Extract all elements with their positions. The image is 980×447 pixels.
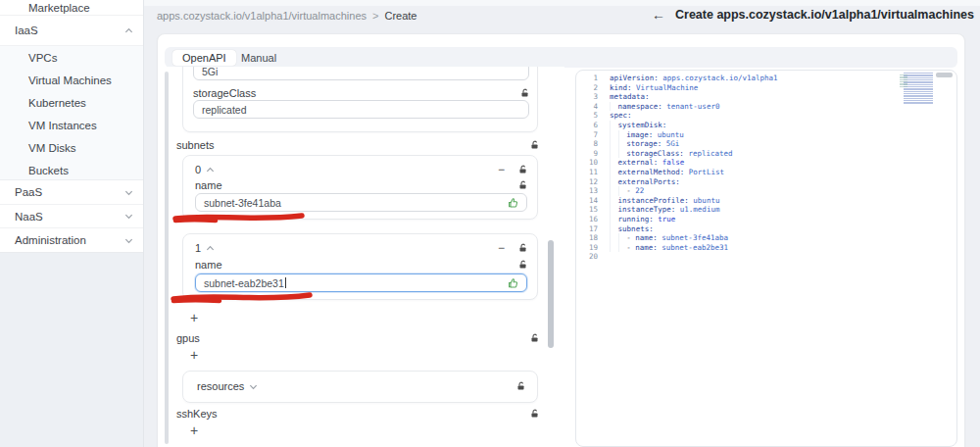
page-header: ← Create apps.cozystack.io/v1alpha1/virt… — [652, 8, 974, 22]
line-number: 7 — [576, 130, 598, 140]
indent-guide — [610, 186, 618, 196]
code-line[interactable]: 5spec: — [576, 111, 956, 121]
code-line[interactable]: 6systemDisk: — [576, 121, 956, 130]
code-line[interactable]: 8storage: 5Gi — [576, 139, 956, 149]
sidebar-submenu-iaas: VPCs Virtual Machines Kubernetes VM Inst… — [0, 46, 143, 180]
line-number: 16 — [576, 215, 598, 224]
code-line[interactable]: 19- name: subnet-eab2be31 — [576, 243, 956, 253]
sidebar-item-vpcs[interactable]: VPCs — [0, 46, 143, 69]
systemdisk-card: 5Gi storageClass replicated — [182, 67, 538, 132]
indent-guide — [610, 224, 618, 234]
sidebar-item-administration[interactable]: Administration — [0, 228, 143, 253]
code-line[interactable]: 17subnets: — [576, 224, 956, 234]
indent-guide — [610, 121, 618, 130]
sidebar-item-marketplace[interactable]: Marketplace — [0, 0, 143, 16]
sidebar-item-label: IaaS — [15, 25, 124, 36]
indent-guide — [610, 158, 618, 168]
sidebar-item-vm-instances[interactable]: VM Instances — [0, 114, 143, 136]
form-left-scrollbar[interactable] — [165, 72, 169, 444]
editor-scrollbar-thumb[interactable] — [936, 73, 953, 77]
yaml-list-dash: - — [626, 233, 635, 243]
lock-icon — [518, 180, 527, 190]
code-line[interactable]: 16running: true — [576, 215, 956, 224]
yaml-key: name: — [635, 243, 662, 253]
sidebar-item-paas[interactable]: PaaS — [0, 180, 143, 205]
storage-input[interactable]: 5Gi — [193, 67, 529, 80]
sidebar-item-label: Buckets — [28, 165, 69, 176]
yaml-key: kind: — [610, 83, 636, 93]
code-line[interactable]: 20 — [576, 252, 956, 262]
chevron-up-icon[interactable] — [206, 244, 215, 253]
code-line[interactable]: 7image: ubuntu — [576, 130, 956, 140]
code-line[interactable]: 14instanceProfile: ubuntu — [576, 196, 956, 206]
yaml-key: systemDisk: — [618, 121, 667, 130]
chevron-up-icon[interactable] — [206, 166, 215, 174]
sidebar-item-iaas[interactable]: IaaS — [0, 16, 143, 46]
remove-subnet-button[interactable]: − — [498, 242, 505, 254]
add-gpu-button[interactable]: + — [190, 348, 198, 362]
yaml-key: storage: — [626, 139, 666, 149]
chevron-up-icon — [124, 26, 133, 35]
chevron-down-icon[interactable] — [249, 382, 258, 391]
indent-guide — [610, 168, 618, 177]
sidebar-menu: Marketplace IaaS VPCs Virtual Machines K… — [0, 0, 143, 253]
breadcrumb: apps.cozystack.io/v1alpha1/virtualmachin… — [157, 10, 416, 22]
indent-guide — [610, 196, 618, 206]
indent-guide — [610, 102, 618, 112]
yaml-key: apiVersion: — [610, 74, 662, 83]
chevron-down-icon — [124, 236, 133, 245]
code-line[interactable]: 18- name: subnet-3fe41aba — [576, 233, 956, 243]
tab-openapi[interactable]: OpenAPI — [172, 50, 236, 66]
yaml-value: replicated — [688, 149, 732, 159]
form-right-scrollbar[interactable] — [548, 240, 554, 348]
text-cursor — [285, 277, 286, 288]
subnet-1-name-input[interactable]: subnet-eab2be31 — [195, 273, 527, 292]
line-number: 11 — [576, 168, 598, 177]
indent-guide — [618, 233, 627, 243]
indent-guide — [610, 243, 618, 253]
code-line[interactable]: 13- 22 — [576, 186, 956, 196]
sidebar-item-virtual-machines[interactable]: Virtual Machines — [0, 69, 143, 91]
code-line[interactable]: 3metadata: — [576, 92, 956, 102]
yaml-list-dash: - — [626, 243, 635, 253]
thumbs-up-icon[interactable] — [508, 197, 518, 208]
yaml-value: u1.medium — [680, 205, 720, 215]
tab-manual[interactable]: Manual — [231, 47, 286, 68]
code-line[interactable]: 12externalPorts: — [576, 177, 956, 187]
code-line[interactable]: 9storageClass: replicated — [576, 149, 956, 159]
subnets-label: subnets — [176, 139, 215, 151]
yaml-key: running: — [618, 215, 659, 224]
line-number: 3 — [576, 92, 598, 102]
sidebar-item-vm-disks[interactable]: VM Disks — [0, 136, 143, 159]
subnet-name-label: name — [195, 259, 222, 271]
storageclass-input[interactable]: replicated — [193, 100, 529, 119]
lock-icon — [530, 333, 539, 343]
code-line[interactable]: 11externalMethod: PortList — [576, 168, 956, 177]
minimap[interactable] — [904, 73, 933, 105]
add-subnet-button[interactable]: + — [190, 311, 198, 324]
breadcrumb-resource-link[interactable]: apps.cozystack.io/v1alpha1/virtualmachin… — [157, 10, 367, 22]
indent-guide — [610, 205, 618, 215]
yaml-value: VirtualMachine — [636, 83, 698, 93]
subnet-0-name-input[interactable]: subnet-3fe41aba — [195, 193, 527, 212]
sidebar-item-naas[interactable]: NaaS — [0, 205, 143, 228]
yaml-value: apps.cozystack.io/v1alpha1 — [662, 74, 777, 83]
openapi-form-panel: 5Gi storageClass replicated subnets 0 − … — [158, 67, 564, 447]
add-sshkey-button[interactable]: + — [190, 423, 198, 437]
code-line[interactable]: 10external: false — [576, 158, 956, 168]
yaml-key: image: — [626, 130, 658, 140]
yaml-key: external: — [618, 158, 662, 168]
thumbs-up-icon[interactable] — [508, 277, 518, 288]
sidebar-item-kubernetes[interactable]: Kubernetes — [0, 91, 143, 114]
code-line[interactable]: 4namespace: tenant-user0 — [576, 102, 956, 112]
yaml-key: name: — [635, 233, 662, 243]
line-number: 12 — [576, 177, 598, 187]
sidebar-item-buckets[interactable]: Buckets — [0, 159, 143, 181]
resources-card[interactable]: resources — [182, 371, 538, 403]
back-arrow-icon[interactable]: ← — [652, 8, 665, 22]
yaml-value: subnet-3fe41aba — [662, 233, 728, 243]
remove-subnet-button[interactable]: − — [498, 164, 505, 175]
yaml-editor[interactable]: 1apiVersion: apps.cozystack.io/v1alpha12… — [575, 70, 957, 447]
code-line[interactable]: 15instanceType: u1.medium — [576, 205, 956, 215]
line-number: 10 — [576, 158, 598, 168]
